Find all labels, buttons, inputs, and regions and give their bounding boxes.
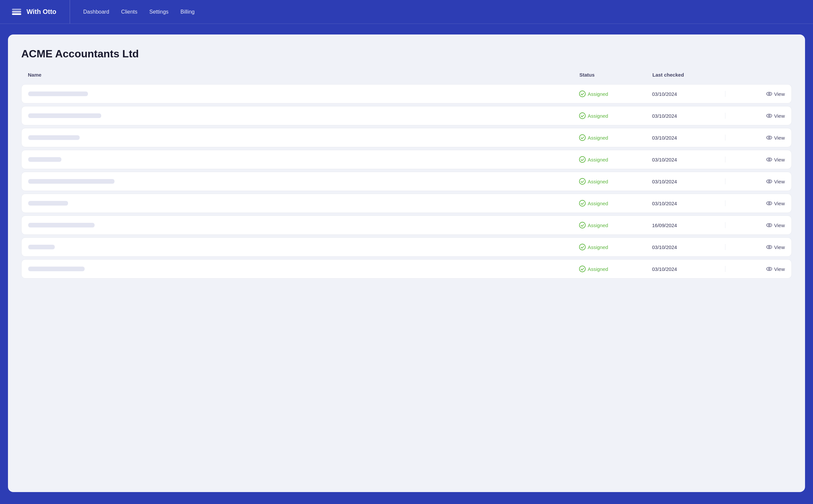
view-button[interactable]: View [725,200,785,206]
cell-status: Assigned [579,222,652,228]
svg-point-16 [768,181,770,182]
assigned-icon [579,134,586,141]
table-row: Assigned 03/10/2024 View [21,237,792,257]
client-table: Name Status Last checked [21,72,792,279]
svg-point-25 [768,246,770,248]
cell-status: Assigned [579,91,652,97]
svg-point-3 [767,92,772,95]
nav-dashboard[interactable]: Dashboard [83,9,109,15]
view-button[interactable]: View [725,157,785,162]
table-row: Assigned 03/10/2024 View [21,172,792,191]
svg-point-6 [767,114,772,117]
cell-date: 03/10/2024 [652,91,725,97]
view-button[interactable]: View [725,266,785,272]
eye-icon [766,178,772,184]
cell-status: Assigned [579,266,652,272]
blurred-client-name [28,135,80,140]
col-header-status: Status [579,72,653,78]
table-row: Assigned 03/10/2024 View [21,150,792,169]
blurred-client-name [28,267,85,271]
blurred-client-name [28,201,68,206]
cell-name [28,113,579,118]
table-row: Assigned 03/10/2024 View [21,106,792,125]
content-card: ACME Accountants Ltd Name Status Last ch… [8,34,805,492]
svg-point-26 [579,266,585,272]
assigned-icon [579,178,586,185]
svg-point-24 [767,245,772,249]
cell-status: Assigned [579,178,652,185]
svg-point-20 [579,222,585,228]
svg-point-14 [579,178,585,184]
blurred-client-name [28,179,114,184]
logo-text: With Otto [27,8,56,16]
cell-name [28,223,579,227]
blurred-client-name [28,245,55,249]
cell-name [28,92,579,96]
cell-name [28,157,579,162]
blurred-client-name [28,113,101,118]
svg-point-8 [579,135,585,141]
app-header: With Otto Dashboard Clients Settings Bil… [0,0,813,24]
svg-point-21 [767,223,772,227]
cell-date: 03/10/2024 [652,135,725,141]
svg-rect-0 [12,13,21,15]
svg-point-17 [579,200,585,206]
blurred-client-name [28,92,88,96]
svg-point-5 [579,113,585,119]
svg-point-10 [768,137,770,139]
view-button[interactable]: View [725,135,785,141]
view-button[interactable]: View [725,244,785,250]
svg-point-23 [579,244,585,250]
svg-point-4 [768,93,770,95]
assigned-icon [579,200,586,207]
assigned-icon [579,112,586,119]
svg-point-7 [768,115,770,117]
cell-date: 03/10/2024 [652,157,725,162]
nav-settings[interactable]: Settings [149,9,168,15]
eye-icon [766,91,772,97]
svg-point-18 [767,202,772,205]
table-row: Assigned 03/10/2024 View [21,128,792,147]
col-header-lastchecked: Last checked [653,72,725,78]
nav-clients[interactable]: Clients [121,9,137,15]
cell-date: 03/10/2024 [652,113,725,119]
cell-status: Assigned [579,156,652,163]
cell-date: 03/10/2024 [652,179,725,184]
cell-status: Assigned [579,134,652,141]
table-row: Assigned 03/10/2024 View [21,84,792,103]
page-wrapper: ACME Accountants Ltd Name Status Last ch… [0,24,813,504]
cell-status: Assigned [579,200,652,207]
eye-icon [766,113,772,119]
view-button[interactable]: View [725,178,785,184]
cell-name [28,245,579,249]
view-button[interactable]: View [725,91,785,97]
cell-date: 03/10/2024 [652,244,725,250]
svg-point-12 [767,158,772,161]
cell-name [28,201,579,206]
view-button[interactable]: View [725,113,785,119]
table-header: Name Status Last checked [21,72,792,82]
cell-status: Assigned [579,112,652,119]
view-button[interactable]: View [725,222,785,228]
col-header-action [725,72,785,78]
svg-point-9 [767,136,772,139]
main-nav: Dashboard Clients Settings Billing [83,9,195,15]
svg-point-19 [768,203,770,204]
svg-point-27 [767,267,772,271]
cell-name [28,179,579,184]
table-rows: Assigned 03/10/2024 View [21,84,792,279]
col-header-name: Name [28,72,579,78]
svg-rect-1 [12,11,21,13]
eye-icon [766,222,772,228]
page-title: ACME Accountants Ltd [21,48,792,60]
nav-billing[interactable]: Billing [180,9,195,15]
svg-point-2 [579,91,585,97]
cell-date: 16/09/2024 [652,222,725,228]
eye-icon [766,266,772,272]
table-row: Assigned 16/09/2024 View [21,216,792,235]
eye-icon [766,157,772,162]
cell-status: Assigned [579,244,652,250]
svg-point-28 [768,268,770,270]
logo-icon [11,6,23,18]
blurred-client-name [28,157,61,162]
